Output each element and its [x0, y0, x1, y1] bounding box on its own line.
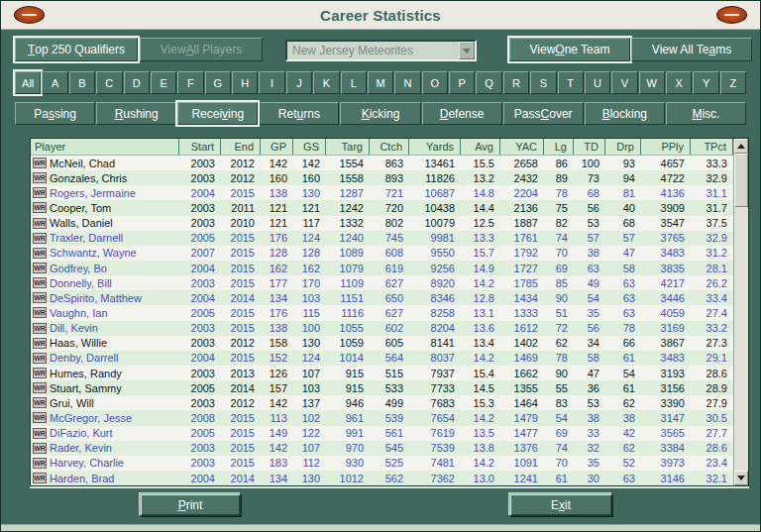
stat-cell: 2004 — [179, 473, 221, 484]
tab-blocking[interactable]: Blocking — [585, 102, 665, 125]
stat-cell: 13.3 — [461, 232, 500, 244]
tab-defense[interactable]: Defense — [422, 102, 502, 125]
alpha-button-all[interactable]: All — [15, 71, 41, 94]
alpha-button-t[interactable]: T — [558, 71, 584, 94]
scroll-down-button[interactable] — [734, 471, 748, 485]
alpha-button-e[interactable]: E — [151, 71, 176, 94]
alpha-button-s[interactable]: S — [530, 71, 556, 94]
tab-kicking[interactable]: Kicking — [340, 102, 420, 125]
scrollbar-track[interactable] — [734, 207, 748, 471]
table-row[interactable]: WRDiFazio, Kurt2005201514912299156176191… — [31, 426, 733, 441]
table-row[interactable]: WRDill, Kevin200320151381001055602820413… — [31, 321, 733, 336]
alpha-button-x[interactable]: X — [666, 71, 692, 94]
table-row[interactable]: WRWalls, Daniel2003201012111713328021007… — [31, 216, 733, 231]
stat-cell: 149 — [261, 427, 293, 439]
table-row[interactable]: WRDenby, Darrell200420151521241014564803… — [31, 351, 733, 366]
column-header-gp[interactable]: GP — [261, 139, 293, 155]
table-row[interactable]: WRTraxler, Darnell2005201517612412407459… — [31, 231, 733, 246]
table-row[interactable]: WRStuart, Sammy2005201415710391553377331… — [31, 380, 733, 395]
stat-cell: 14.2 — [461, 277, 500, 289]
alpha-button-q[interactable]: Q — [476, 71, 501, 94]
table-row[interactable]: WRHumes, Randy20032013126107915515793715… — [31, 366, 733, 380]
column-header-lg[interactable]: Lg — [544, 139, 574, 155]
alpha-button-p[interactable]: P — [449, 71, 475, 94]
table-row[interactable]: WRHarvey, Charlie20032015183112930525748… — [31, 456, 733, 471]
table-row[interactable]: WRHarden, Brad20042014134130101256273621… — [31, 471, 733, 485]
alphabet-filter: AllABCDEFGHIJKLMNOPQRSTUVWXYZ — [15, 71, 746, 94]
column-header-tpct[interactable]: TPct — [691, 139, 733, 155]
stat-cell: 2003 — [179, 322, 221, 334]
tab-passcover[interactable]: Pass Cover — [503, 102, 584, 125]
player-cell: WRDonnelly, Bill — [31, 277, 179, 289]
table-row[interactable]: WRHaas, Willie20032012158130105960581411… — [31, 336, 733, 351]
column-header-yards[interactable]: Yards — [409, 139, 461, 155]
tab-receiving[interactable]: Receiving — [177, 102, 258, 125]
tab-returns[interactable]: Returns — [259, 102, 339, 125]
column-header-end[interactable]: End — [221, 139, 261, 155]
alpha-button-f[interactable]: F — [177, 71, 203, 94]
alpha-button-o[interactable]: O — [422, 71, 448, 94]
alpha-button-i[interactable]: I — [259, 71, 284, 94]
column-header-avg[interactable]: Avg — [461, 139, 500, 155]
table-row[interactable]: WRGonzales, Chris20032012160160155889311… — [31, 170, 733, 185]
alpha-button-c[interactable]: C — [96, 71, 122, 94]
table-row[interactable]: WRDeSpirito, Matthew20042014134103115165… — [31, 290, 733, 305]
view-one-team-button[interactable]: View One Team — [509, 38, 630, 61]
table-row[interactable]: WRRogers, Jermaine2004201513813012877211… — [31, 185, 733, 200]
alpha-button-w[interactable]: W — [639, 71, 665, 94]
table-row[interactable]: WRSchwantz, Wayne20072015128128108960895… — [31, 246, 733, 261]
column-header-gs[interactable]: GS — [293, 139, 326, 155]
column-header-targ[interactable]: Targ — [326, 139, 370, 155]
alpha-button-g[interactable]: G — [205, 71, 231, 94]
exit-button[interactable]: Exit — [509, 493, 612, 516]
alpha-button-k[interactable]: K — [313, 71, 339, 94]
table-row[interactable]: WRMcNeil, Chad20032012142142155486313461… — [31, 156, 733, 170]
view-all-teams-button[interactable]: View All Teams — [631, 38, 752, 61]
print-button[interactable]: Print — [140, 493, 241, 516]
alpha-button-l[interactable]: L — [341, 71, 367, 94]
alpha-button-v[interactable]: V — [611, 71, 637, 94]
column-header-ctch[interactable]: Ctch — [370, 139, 409, 155]
column-header-start[interactable]: Start — [179, 139, 221, 155]
table-row[interactable]: WRGodfrey, Bo200420151621621079619925614… — [31, 261, 733, 275]
table-row[interactable]: WRVaughn, Ian200520151761151116627825813… — [31, 305, 733, 320]
table-row[interactable]: WRDonnelly, Bill200320151771701109627892… — [31, 275, 733, 290]
column-header-td[interactable]: TD — [574, 139, 605, 155]
stat-cell: 1761 — [500, 232, 544, 244]
table-row[interactable]: WRCooper, Tom200320111211211242720104381… — [31, 200, 733, 215]
alpha-button-z[interactable]: Z — [720, 71, 746, 94]
vertical-scrollbar[interactable] — [733, 139, 748, 485]
tab-misc[interactable]: Misc. — [666, 102, 746, 125]
tab-passing[interactable]: Passing — [15, 102, 95, 125]
column-header-pply[interactable]: PPly — [641, 139, 691, 155]
tab-rushing[interactable]: Rushing — [96, 102, 176, 125]
table-row[interactable]: WRGrui, Will20032012142137946499768315.3… — [31, 395, 733, 410]
team-dropdown[interactable]: New Jersey Meteorites — [285, 40, 477, 61]
alpha-button-b[interactable]: B — [69, 71, 95, 94]
alpha-button-h[interactable]: H — [232, 71, 258, 94]
table-row[interactable]: WRMcGregor, Jesse20082015113102961539765… — [31, 410, 733, 425]
label-part: a — [708, 43, 715, 56]
alpha-button-y[interactable]: Y — [693, 71, 718, 94]
alpha-button-d[interactable]: D — [124, 71, 150, 94]
alpha-button-u[interactable]: U — [585, 71, 610, 94]
label-part: ne Team — [565, 43, 610, 56]
column-header-player[interactable]: Player — [31, 139, 179, 155]
alpha-button-r[interactable]: R — [503, 71, 529, 94]
column-header-yac[interactable]: YAC — [500, 139, 544, 155]
stat-cell: 74 — [544, 232, 574, 244]
column-header-drp[interactable]: Drp — [605, 139, 641, 155]
alpha-button-m[interactable]: M — [368, 71, 393, 94]
label-part: C — [541, 107, 550, 121]
alpha-button-a[interactable]: A — [42, 71, 67, 94]
scrollbar-thumb[interactable] — [734, 154, 748, 207]
dropdown-arrow-icon[interactable] — [459, 42, 475, 59]
alpha-button-n[interactable]: N — [394, 71, 420, 94]
table-row[interactable]: WRRader, Kevin20032015142107970545753913… — [31, 441, 733, 456]
alpha-button-j[interactable]: J — [286, 71, 312, 94]
view-all-players-button[interactable]: View All Players — [140, 38, 263, 61]
scroll-up-button[interactable] — [734, 139, 748, 154]
stat-cell: 3909 — [641, 202, 691, 214]
stat-cell: 3867 — [641, 337, 691, 349]
top-250-qualifiers-button[interactable]: Top 250 Qualifiers — [15, 38, 138, 61]
